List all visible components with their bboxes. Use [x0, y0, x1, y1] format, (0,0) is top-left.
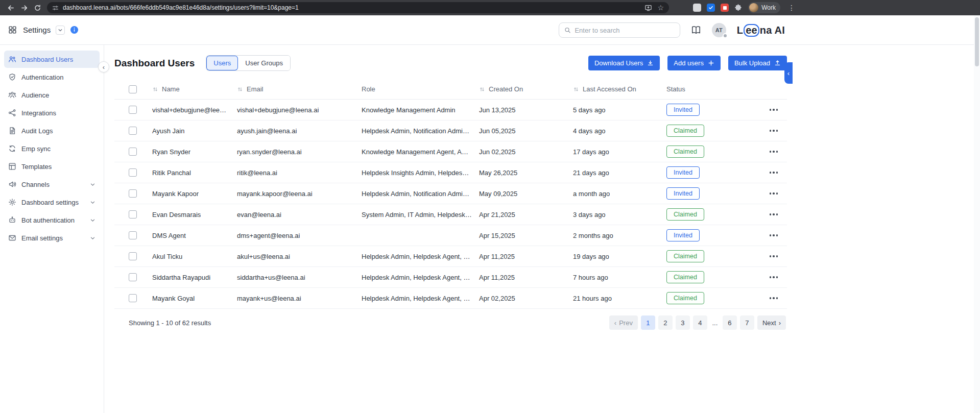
install-app-icon[interactable] [644, 4, 652, 12]
sort-icon[interactable] [479, 86, 485, 92]
row-select-cell [129, 210, 152, 218]
tab-user-groups[interactable]: User Groups [238, 56, 290, 70]
browser-reload-button[interactable] [31, 2, 44, 14]
sidebar-collapse-button[interactable]: ‹ [98, 61, 109, 72]
last-accessed: 17 days ago [573, 148, 666, 156]
user-name-text: Ryan Snyder [152, 148, 190, 156]
user-role-text: Helpdesk Admin, Helpdesk Agent, Notifi… [362, 253, 472, 260]
last-accessed-text: 7 hours ago [573, 274, 608, 281]
sidebar-item-bot-authentication[interactable]: Bot authentication [4, 211, 100, 229]
row-checkbox[interactable] [129, 127, 137, 135]
site-info-icon[interactable] [52, 5, 59, 11]
pagination-page-2[interactable]: 2 [658, 315, 673, 330]
pagination-page-3[interactable]: 3 [676, 315, 690, 330]
row-checkbox[interactable] [129, 189, 137, 198]
sidebar-item-audit-logs[interactable]: Audit Logs [4, 122, 100, 139]
user-name: Siddartha Rayapudi [152, 274, 237, 281]
extension-icon-2[interactable] [707, 4, 715, 12]
pagination-page-1[interactable]: 1 [641, 315, 655, 330]
sidebar-item-channels[interactable]: Channels [4, 176, 100, 193]
row-checkbox[interactable] [129, 168, 137, 177]
row-menu-button[interactable] [767, 127, 787, 135]
extension-icon-3[interactable] [721, 4, 729, 12]
last-accessed: 2 months ago [573, 232, 666, 239]
browser-profile-chip[interactable]: Work [748, 2, 780, 13]
row-menu-button[interactable] [767, 168, 787, 177]
table-row: DMS Agentdms+agent@leena.aiApr 15,20252 … [114, 225, 787, 246]
created-on-text: Apr 02,2025 [479, 295, 515, 302]
row-menu-button[interactable] [767, 189, 787, 198]
search-icon [564, 27, 571, 34]
sidebar-item-audience[interactable]: Audience [4, 86, 100, 104]
sidebar-item-authentication[interactable]: Authentication [4, 68, 100, 86]
pagination-page-7[interactable]: 7 [740, 315, 754, 330]
gear-icon [8, 198, 16, 206]
last-accessed-text: 3 days ago [573, 211, 606, 218]
column-label: Role [362, 85, 375, 93]
pagination-page-4[interactable]: 4 [693, 315, 707, 330]
browser-menu-icon[interactable]: ⋮ [786, 4, 797, 12]
pagination-prev-button[interactable]: ‹Prev [609, 315, 638, 330]
docs-book-icon[interactable] [691, 25, 701, 35]
row-menu-button[interactable] [767, 106, 787, 114]
add-users-button[interactable]: Add users [667, 56, 721, 70]
apps-grid-icon[interactable] [8, 26, 17, 34]
row-checkbox[interactable] [129, 273, 137, 281]
row-checkbox[interactable] [129, 252, 137, 260]
user-name-text: Ritik Panchal [152, 169, 191, 177]
sort-icon[interactable] [152, 86, 158, 92]
bulk-upload-button[interactable]: Bulk Upload [728, 56, 787, 70]
created-on-text: Apr 11,2025 [479, 253, 515, 260]
row-checkbox[interactable] [129, 231, 137, 239]
tab-users[interactable]: Users [206, 56, 238, 70]
right-panel-toggle[interactable]: ‹ [784, 62, 793, 84]
search-input[interactable] [575, 27, 674, 34]
sidebar-item-dashboard-settings[interactable]: Dashboard settings [4, 193, 100, 211]
info-icon[interactable] [70, 26, 79, 34]
sidebar-item-email-settings[interactable]: Email settings [4, 229, 100, 247]
sidebar-item-templates[interactable]: Templates [4, 158, 100, 175]
sidebar-item-label: Audience [21, 91, 49, 99]
user-avatar[interactable]: AT [712, 23, 726, 37]
sidebar-item-integrations[interactable]: Integrations [4, 104, 100, 122]
user-role: Helpdesk Admin, Notification Admin, Kn… [362, 127, 479, 135]
address-bar[interactable]: dashboard.leena.ai/bots/666fe6ddb549ac9e… [47, 2, 669, 13]
scrollbar-thumb[interactable] [975, 17, 979, 66]
settings-menu-label[interactable]: Settings [23, 26, 51, 34]
bookmark-star-icon[interactable]: ☆ [657, 4, 664, 11]
row-checkbox[interactable] [129, 294, 137, 302]
column-header-created-on: Created On [479, 85, 573, 93]
row-menu-button[interactable] [767, 252, 787, 260]
browser-forward-button[interactable] [17, 2, 31, 14]
sort-icon[interactable] [573, 86, 579, 92]
row-menu-button[interactable] [767, 273, 787, 281]
sort-icon[interactable] [237, 86, 243, 92]
row-menu-button[interactable] [767, 231, 787, 239]
sidebar-item-label: Authentication [21, 74, 63, 81]
status-cell: Claimed [666, 208, 748, 221]
extension-icon-1[interactable] [693, 4, 701, 12]
select-all-checkbox[interactable] [129, 85, 137, 93]
main-content: Dashboard Users Users User Groups Downlo… [104, 45, 793, 413]
pagination: ‹Prev1234...67Next› [609, 315, 786, 330]
user-email-text: ayush.jain@leena.ai [237, 127, 297, 135]
sidebar-item-label: Dashboard Users [21, 56, 73, 63]
browser-back-button[interactable] [4, 2, 17, 14]
pagination-next-button[interactable]: Next› [757, 315, 786, 330]
sidebar-item-label: Channels [21, 181, 50, 188]
pagination-page-6[interactable]: 6 [723, 315, 737, 330]
row-checkbox[interactable] [129, 106, 137, 114]
row-menu-button[interactable] [767, 294, 787, 302]
extensions-puzzle-icon[interactable] [734, 4, 743, 12]
global-search[interactable] [559, 22, 680, 38]
user-role: Helpdesk Insights Admin, Helpdesk Insi… [362, 169, 479, 177]
download-users-button[interactable]: Download Users [588, 56, 660, 70]
settings-dropdown-chevron[interactable] [56, 26, 65, 35]
row-checkbox[interactable] [129, 210, 137, 218]
row-checkbox[interactable] [129, 148, 137, 156]
sidebar-item-emp-sync[interactable]: Emp sync [4, 140, 100, 157]
logo-accent-mark: ee [744, 24, 759, 37]
row-menu-button[interactable] [767, 210, 787, 218]
row-menu-button[interactable] [767, 148, 787, 156]
sidebar-item-dashboard-users[interactable]: Dashboard Users [4, 51, 100, 68]
